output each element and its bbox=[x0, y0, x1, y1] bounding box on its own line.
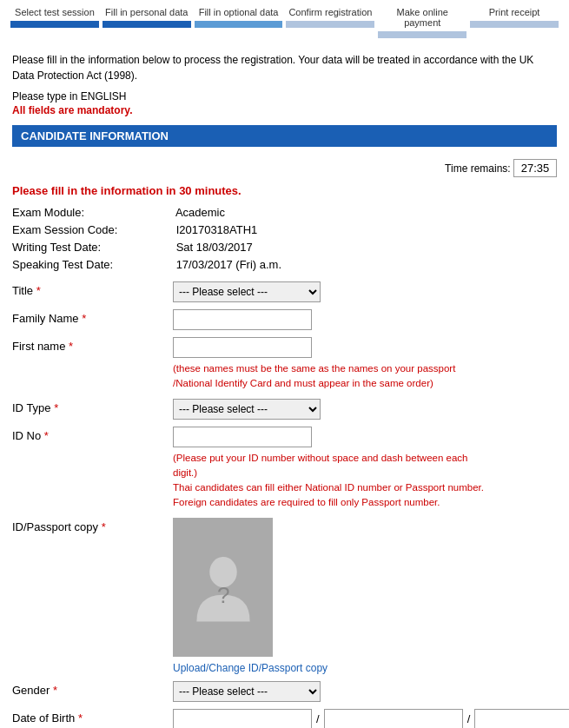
id-type-field: --- Please select --- National ID Passpo… bbox=[173, 399, 557, 420]
exam-module-label: Exam Module: bbox=[12, 206, 173, 219]
first-name-row: First name * (these names must be the sa… bbox=[12, 337, 557, 392]
progress-step-1: Select test session bbox=[9, 7, 101, 38]
session-code-value: I20170318ATH1 bbox=[176, 223, 258, 236]
dob-row: Date of Birth * / / (DD/MM/YYYY) bbox=[12, 709, 557, 729]
step3-bar bbox=[195, 21, 283, 28]
id-type-row: ID Type * --- Please select --- National… bbox=[12, 399, 557, 420]
exam-module-value: Academic bbox=[175, 206, 225, 219]
dob-inputs: / / (DD/MM/YYYY) bbox=[173, 709, 569, 729]
id-hint1: (Please put your ID number without space… bbox=[173, 451, 494, 511]
gender-required-star: * bbox=[53, 684, 57, 697]
passport-copy-required-star: * bbox=[102, 520, 106, 533]
step5-label: Make online payment bbox=[397, 7, 448, 28]
id-no-input[interactable] bbox=[173, 427, 312, 447]
gender-row: Gender * --- Please select --- Male Fema… bbox=[12, 681, 557, 702]
step5-bar bbox=[378, 31, 466, 38]
mandatory-note: All fields are mandatory. bbox=[12, 104, 557, 116]
passport-image-placeholder: ? bbox=[173, 518, 273, 657]
timer-line: Time remains: 27:35 bbox=[12, 159, 557, 177]
gender-select[interactable]: --- Please select --- Male Female bbox=[173, 681, 321, 702]
session-code-label: Exam Session Code: bbox=[12, 223, 173, 236]
writing-date-label: Writing Test Date: bbox=[12, 241, 173, 254]
title-row: Title * --- Please select --- Mr Mrs Mis… bbox=[12, 281, 557, 302]
name-hint: (these names must be the same as the nam… bbox=[173, 361, 486, 392]
main-content: Please fill in the information below to … bbox=[0, 43, 569, 728]
fill-notice: Please fill in the information in 30 min… bbox=[12, 184, 557, 197]
id-type-required-star: * bbox=[54, 401, 58, 414]
upload-link[interactable]: Upload/Change ID/Passport copy bbox=[173, 662, 328, 674]
exam-module-row: Exam Module: Academic bbox=[12, 206, 557, 219]
dob-slash1: / bbox=[316, 712, 320, 725]
timer-label: Time remains: bbox=[445, 162, 511, 175]
title-field: --- Please select --- Mr Mrs Miss Ms Dr bbox=[173, 281, 557, 302]
session-code-row: Exam Session Code: I20170318ATH1 bbox=[12, 223, 557, 236]
id-type-select[interactable]: --- Please select --- National ID Passpo… bbox=[173, 399, 321, 420]
step2-label: Fill in personal data bbox=[105, 7, 188, 17]
step3-label: Fill in optional data bbox=[199, 7, 279, 17]
id-type-label: ID Type * bbox=[12, 399, 173, 414]
dob-label: Date of Birth * bbox=[12, 709, 173, 725]
progress-bar-section: Select test session Fill in personal dat… bbox=[0, 0, 569, 43]
id-no-row: ID No * (Please put your ID number witho… bbox=[12, 427, 557, 511]
dob-slash2: / bbox=[467, 712, 471, 725]
gender-field: --- Please select --- Male Female bbox=[173, 681, 557, 702]
step1-bar bbox=[10, 21, 99, 28]
speaking-date-value: 17/03/2017 (Fri) a.m. bbox=[176, 258, 281, 271]
writing-date-value: Sat 18/03/2017 bbox=[176, 241, 253, 254]
progress-step-5: Make online payment bbox=[376, 7, 468, 38]
step6-label: Print receipt bbox=[489, 7, 540, 17]
progress-step-3: Fill in optional data bbox=[193, 7, 285, 38]
step4-bar bbox=[286, 21, 374, 28]
first-name-field: (these names must be the same as the nam… bbox=[173, 337, 557, 392]
id-no-label: ID No * bbox=[12, 427, 173, 442]
gender-label: Gender * bbox=[12, 681, 173, 697]
first-name-label: First name * bbox=[12, 337, 173, 353]
family-name-input[interactable] bbox=[173, 309, 312, 330]
first-name-input[interactable] bbox=[173, 337, 312, 358]
family-name-label: Family Name * bbox=[12, 309, 173, 325]
title-required-star: * bbox=[36, 284, 41, 297]
timer-value: 27:35 bbox=[513, 159, 557, 177]
person-silhouette-icon: ? bbox=[193, 553, 254, 622]
family-name-required-star: * bbox=[82, 312, 86, 325]
step6-bar bbox=[470, 21, 559, 28]
id-no-required-star: * bbox=[44, 429, 49, 442]
section-header: CANDIDATE INFORMATION bbox=[12, 125, 557, 147]
dob-field: / / (DD/MM/YYYY) bbox=[173, 709, 569, 729]
dob-month-input[interactable] bbox=[324, 709, 463, 729]
writing-date-row: Writing Test Date: Sat 18/03/2017 bbox=[12, 241, 557, 254]
passport-copy-row: ID/Passport copy * ? Upload/Change ID/Pa… bbox=[12, 518, 557, 674]
english-note: Please type in ENGLISH bbox=[12, 90, 557, 103]
dob-day-input[interactable] bbox=[173, 709, 312, 729]
title-label: Title * bbox=[12, 281, 173, 297]
info-text: Please fill in the information below to … bbox=[12, 52, 557, 83]
family-name-field bbox=[173, 309, 557, 330]
dob-year-input[interactable] bbox=[474, 709, 569, 729]
svg-text:?: ? bbox=[217, 581, 230, 607]
progress-step-6: Print receipt bbox=[468, 7, 560, 38]
progress-step-2: Fill in personal data bbox=[101, 7, 193, 38]
step1-label: Select test session bbox=[15, 7, 95, 17]
id-no-field: (Please put your ID number without space… bbox=[173, 427, 557, 511]
speaking-date-row: Speaking Test Date: 17/03/2017 (Fri) a.m… bbox=[12, 258, 557, 271]
step4-label: Confirm registration bbox=[288, 7, 372, 17]
speaking-date-label: Speaking Test Date: bbox=[12, 258, 173, 271]
family-name-row: Family Name * bbox=[12, 309, 557, 330]
step2-bar bbox=[103, 21, 191, 28]
title-select[interactable]: --- Please select --- Mr Mrs Miss Ms Dr bbox=[173, 281, 321, 302]
dob-required-star: * bbox=[78, 711, 83, 725]
first-name-required-star: * bbox=[69, 340, 73, 353]
passport-copy-field: ? Upload/Change ID/Passport copy bbox=[173, 518, 557, 674]
passport-copy-label: ID/Passport copy * bbox=[12, 518, 173, 533]
progress-step-4: Confirm registration bbox=[284, 7, 376, 38]
